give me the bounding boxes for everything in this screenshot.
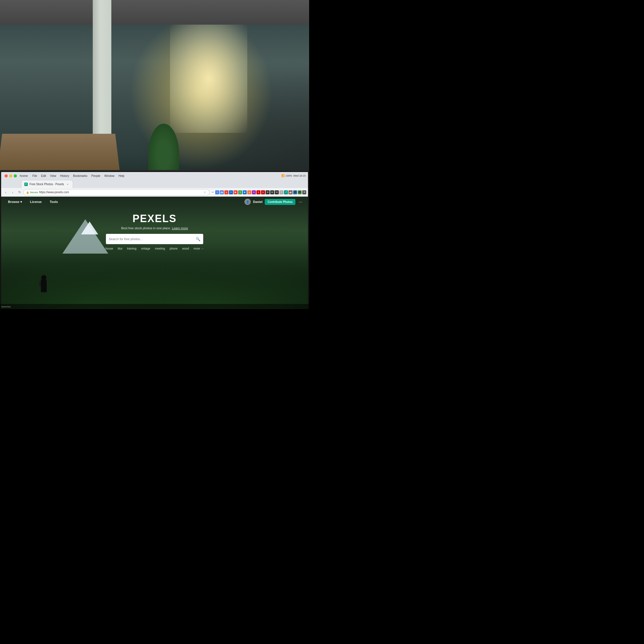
search-input[interactable] bbox=[109, 237, 193, 241]
tagline: Best free stock photos in one place. Lea… bbox=[121, 226, 188, 230]
menu-bookmarks[interactable]: Bookmarks bbox=[71, 174, 89, 178]
ext-icon-9[interactable]: A bbox=[261, 190, 265, 194]
ext-icon-13[interactable]: ≡ bbox=[279, 190, 283, 194]
browser-menu: File Edit View History Bookmarks People … bbox=[31, 174, 126, 178]
hero-content: PEXELS Best free stock photos in one pla… bbox=[1, 213, 308, 251]
ext-icon-1[interactable]: ● bbox=[224, 190, 228, 194]
person-body bbox=[41, 279, 47, 292]
active-tab[interactable]: P Free Stock Photos · Pexels × bbox=[21, 180, 73, 188]
tools-button[interactable]: Tools bbox=[48, 199, 60, 205]
person-silhouette bbox=[38, 269, 50, 292]
ext-icon-12[interactable]: M bbox=[275, 190, 279, 194]
maximize-button[interactable] bbox=[14, 174, 17, 177]
user-name[interactable]: Daniel bbox=[253, 200, 262, 204]
tab-bar: P Free Stock Photos · Pexels × bbox=[1, 179, 308, 188]
suggestion-meeting[interactable]: meeting bbox=[154, 246, 166, 251]
suggestion-house[interactable]: house bbox=[104, 246, 114, 251]
system-tray: 📶 100% Wed 16:15 bbox=[281, 174, 306, 177]
back-button[interactable]: ‹ bbox=[3, 189, 9, 195]
wifi-icon: 📶 bbox=[281, 174, 285, 177]
forward-button[interactable]: › bbox=[10, 189, 15, 195]
suggestion-more[interactable]: more → bbox=[192, 246, 205, 251]
ext-calendar[interactable]: 📅 bbox=[220, 190, 224, 194]
ext-gmail[interactable]: M bbox=[211, 190, 215, 194]
monitor: hrome File Edit View History Bookmarks P… bbox=[0, 170, 309, 309]
browser-name: hrome bbox=[20, 174, 28, 177]
tab-favicon: P bbox=[24, 183, 28, 186]
ext-icon-16[interactable]: ⬛ bbox=[293, 190, 297, 194]
menu-people[interactable]: People bbox=[90, 174, 102, 178]
chrome-titlebar: hrome File Edit View History Bookmarks P… bbox=[1, 172, 308, 179]
ext-icon-17[interactable]: ⬛ bbox=[298, 190, 302, 194]
menu-history[interactable]: History bbox=[58, 174, 71, 178]
reload-button[interactable]: ↻ bbox=[17, 189, 22, 195]
taskbar: Searches bbox=[0, 304, 309, 309]
monitor-screen: hrome File Edit View History Bookmarks P… bbox=[1, 172, 308, 309]
browse-button[interactable]: Browse ▾ bbox=[6, 199, 24, 205]
more-options-button[interactable]: ··· bbox=[298, 199, 303, 205]
extension-icons: M G 📅 ● D ▶ S ■ ● A A A M bbox=[211, 190, 306, 194]
menu-view[interactable]: View bbox=[48, 174, 58, 178]
pexels-website: Browse ▾ License Tools 👤 bbox=[1, 197, 308, 309]
tagline-text: Best free stock photos in one place. bbox=[121, 226, 171, 230]
ext-icon-5[interactable]: ■ bbox=[243, 190, 247, 194]
clock: Wed 16:15 bbox=[293, 174, 306, 177]
chrome-toolbar: ‹ › ↻ 🔒 Secure h bbox=[1, 188, 308, 197]
window-controls bbox=[3, 174, 18, 177]
menu-window[interactable]: Window bbox=[103, 174, 116, 178]
battery-label: 100% bbox=[286, 174, 292, 177]
close-button[interactable] bbox=[5, 174, 8, 177]
ext-icon-10[interactable]: M bbox=[266, 190, 270, 194]
url-display: https://www.pexels.com bbox=[39, 191, 69, 194]
suggestion-blur[interactable]: blur bbox=[116, 246, 124, 251]
star-icon[interactable]: ☆ bbox=[202, 190, 207, 195]
chevron-down-icon: ▾ bbox=[20, 200, 22, 204]
suggestion-training[interactable]: training bbox=[126, 246, 138, 251]
suggestion-wood[interactable]: wood bbox=[181, 246, 190, 251]
taskbar-label: Searches bbox=[1, 305, 11, 308]
address-bar[interactable]: 🔒 Secure https://www.pexels.com ☆ bbox=[23, 189, 210, 195]
ext-icon-18[interactable]: ⚙ bbox=[302, 190, 306, 194]
ext-icon-14[interactable]: ↺ bbox=[284, 190, 288, 194]
menu-edit[interactable]: Edit bbox=[39, 174, 48, 178]
user-avatar[interactable]: 👤 bbox=[244, 199, 251, 205]
menu-file[interactable]: File bbox=[31, 174, 39, 178]
ext-icon-15[interactable]: ☕ bbox=[289, 190, 293, 194]
minimize-button[interactable] bbox=[9, 174, 12, 177]
search-suggestions: house blur training vintage meeting phon… bbox=[104, 246, 205, 251]
ext-icon-11[interactable]: M bbox=[270, 190, 274, 194]
ext-icon-7[interactable]: A bbox=[252, 190, 256, 194]
ext-icon-6[interactable]: ● bbox=[247, 190, 251, 194]
suggestion-vintage[interactable]: vintage bbox=[140, 246, 151, 251]
ceiling bbox=[0, 0, 309, 25]
ext-icon-2[interactable]: D bbox=[229, 190, 233, 194]
desk bbox=[0, 134, 120, 171]
pexels-hero: Browse ▾ License Tools 👤 bbox=[1, 197, 308, 309]
ext-google[interactable]: G bbox=[215, 190, 219, 194]
tab-close-button[interactable]: × bbox=[66, 182, 70, 186]
ext-icon-3[interactable]: ▶ bbox=[234, 190, 238, 194]
secure-badge: 🔒 Secure bbox=[26, 191, 38, 194]
license-button[interactable]: License bbox=[28, 199, 44, 205]
pexels-navbar: Browse ▾ License Tools 👤 bbox=[1, 197, 308, 207]
lock-icon: 🔒 bbox=[26, 191, 29, 194]
browse-label: Browse bbox=[8, 200, 19, 204]
suggestion-phone[interactable]: phone bbox=[169, 246, 179, 251]
nav-left: Browse ▾ License Tools bbox=[6, 199, 60, 205]
secure-label: Secure bbox=[30, 191, 38, 194]
address-actions: ☆ bbox=[202, 190, 207, 195]
menu-help[interactable]: Help bbox=[117, 174, 126, 178]
search-bar: 🔍 bbox=[106, 234, 203, 244]
window-light bbox=[170, 25, 247, 133]
ext-icon-4[interactable]: S bbox=[238, 190, 242, 194]
pexels-logo: PEXELS bbox=[133, 213, 177, 225]
ext-icon-8[interactable]: A bbox=[256, 190, 260, 194]
learn-more-link[interactable]: Learn more bbox=[172, 226, 188, 230]
tab-title: Free Stock Photos · Pexels bbox=[29, 183, 64, 186]
monitor-bezel: hrome File Edit View History Bookmarks P… bbox=[0, 170, 309, 309]
contribute-photos-button[interactable]: Contribute Photos bbox=[265, 199, 295, 205]
search-icon[interactable]: 🔍 bbox=[196, 237, 200, 241]
nav-right: 👤 Daniel Contribute Photos ··· bbox=[244, 199, 303, 205]
